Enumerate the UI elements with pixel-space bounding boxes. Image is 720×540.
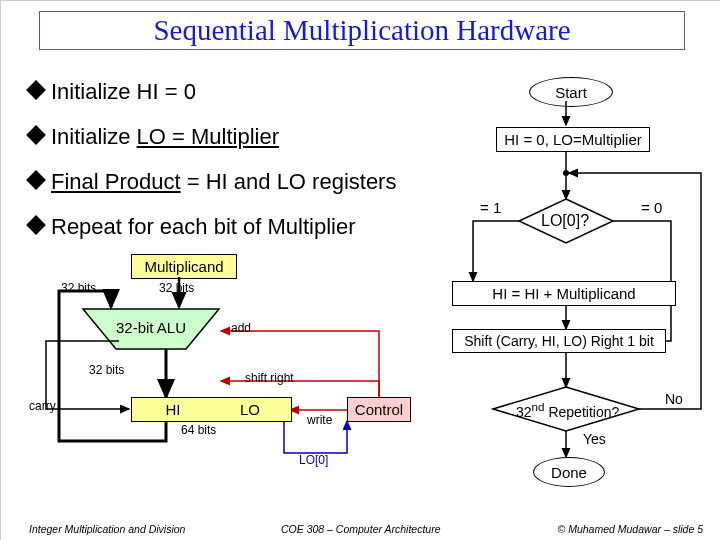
footer-left: Integer Multiplication and Division	[29, 523, 185, 535]
page-title: Sequential Multiplication Hardware	[40, 12, 684, 49]
flow-yes1: = 1	[480, 199, 501, 216]
flow-rep-no: No	[665, 391, 683, 407]
bullet-3: Final Product = HI and LO registers	[29, 169, 396, 195]
bullet-1: Initialize HI = 0	[29, 79, 196, 105]
hw-hi: HI	[131, 397, 215, 422]
hw-shiftright: shift right	[245, 371, 294, 385]
hw-32bits-2: 32 bits	[159, 281, 194, 295]
flow-shift: Shift (Carry, HI, LO) Right 1 bit	[452, 329, 666, 353]
flow-add: HI = HI + Multiplicand	[452, 281, 676, 306]
hw-lo: LO	[209, 397, 292, 422]
hw-64bits: 64 bits	[181, 423, 216, 437]
footer-mid: COE 308 – Computer Architecture	[281, 523, 441, 535]
flow-test: LO[0]?	[541, 212, 589, 230]
flow-rep: 32nd Repetition?	[516, 400, 619, 420]
hw-lo0: LO[0]	[299, 453, 328, 467]
hw-control: Control	[347, 397, 411, 422]
bullet-2: Initialize LO = Multiplier	[29, 124, 279, 150]
svg-point-2	[563, 170, 569, 176]
flow-no0: = 0	[641, 199, 662, 216]
title-box: Sequential Multiplication Hardware	[39, 11, 685, 50]
hw-multiplicand: Multiplicand	[131, 254, 237, 279]
hw-carry: carry	[29, 399, 56, 413]
hw-write: write	[307, 413, 332, 427]
bullet-4: Repeat for each bit of Multiplier	[29, 214, 356, 240]
flow-init: HI = 0, LO=Multiplier	[496, 127, 650, 152]
footer-right: © Muhamed Mudawar – slide 5	[558, 523, 703, 535]
hw-alu: 32-bit ALU	[116, 319, 186, 336]
flow-rep-yes: Yes	[583, 431, 606, 447]
hw-add-lbl: add	[231, 321, 251, 335]
slide: Sequential Multiplication Hardware Initi…	[0, 0, 720, 540]
flow-done: Done	[533, 457, 605, 487]
hw-32bits-3: 32 bits	[89, 363, 124, 377]
hw-32bits-1: 32 bits	[61, 281, 96, 295]
flow-start: Start	[529, 77, 613, 107]
